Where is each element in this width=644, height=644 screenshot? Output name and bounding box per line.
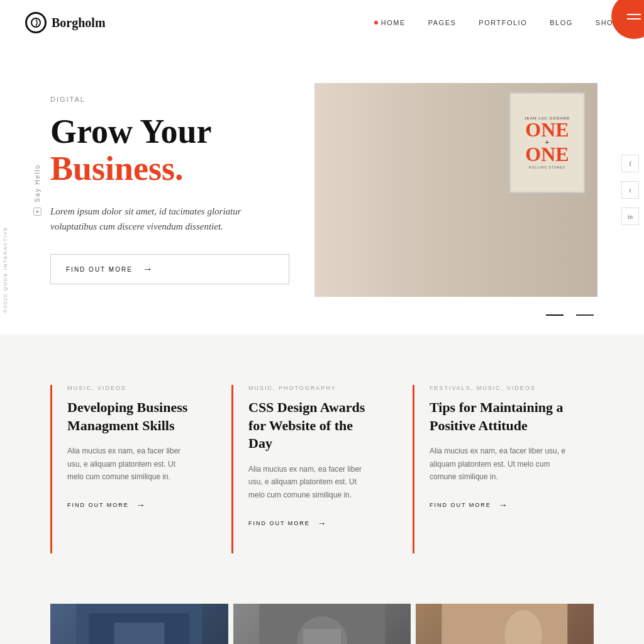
cta-arrow-icon: → <box>143 264 153 275</box>
poster-text-one: ONE <box>525 121 569 138</box>
svg-point-16 <box>480 206 519 267</box>
svg-rect-18 <box>406 218 497 253</box>
article-1-title: Developing Business Managment Skills <box>67 399 192 435</box>
nav-blog[interactable]: BLOG <box>550 19 573 26</box>
hello-icon <box>33 207 42 216</box>
hero-image: JEAN-LUC GODARD ONE + ONE ROLLING STONES <box>314 83 597 297</box>
article-1-arrow-icon: → <box>136 500 147 510</box>
svg-rect-24 <box>453 146 491 209</box>
svg-text:57 58: 57 58 <box>456 170 469 175</box>
nav-active-dot <box>374 21 378 25</box>
article-3-title: Tips for Maintaining a Positive Attitude <box>430 399 574 435</box>
svg-rect-17 <box>396 250 503 255</box>
article-card-2: MUSIC, PHOTOGRAPHY CSS Design Awards for… <box>231 385 394 553</box>
hamburger-line-2 <box>627 18 641 19</box>
hero-label: Digital <box>50 96 289 103</box>
article-3-description: Alia mucius ex nam, ea facer liber usu, … <box>430 445 574 483</box>
svg-rect-34 <box>442 604 568 644</box>
svg-rect-8 <box>346 253 585 262</box>
social-links: f t in <box>621 155 644 225</box>
articles-section: MUSIC, VIDEOS Developing Business Managm… <box>0 335 644 591</box>
svg-rect-30 <box>114 623 164 644</box>
gallery-image-1 <box>50 604 228 644</box>
svg-point-2 <box>36 210 38 213</box>
menu-button[interactable] <box>611 0 644 39</box>
hero-section: Say Hello ©2020 QODE INTERACTIVE Digital… <box>0 45 644 335</box>
hero-title: Grow Your Business. <box>50 113 289 188</box>
poster-text-one2: ONE <box>525 146 569 163</box>
svg-text:12:13: 12:13 <box>456 154 471 160</box>
hero-content: Digital Grow Your Business. Lorem ipsum … <box>50 83 314 297</box>
article-card-1: MUSIC, VIDEOS Developing Business Managm… <box>50 385 213 553</box>
article-3-arrow-icon: → <box>499 500 509 510</box>
navbar: Borgholm HOME PAGES PORTFOLIO BLOG SHOP <box>0 0 644 45</box>
svg-rect-14 <box>458 206 473 221</box>
svg-rect-20 <box>509 234 514 253</box>
linkedin-icon[interactable]: in <box>621 208 639 225</box>
article-card-3: FESTIVALS, MUSIC, VIDEOS Tips for Mainta… <box>413 385 594 553</box>
office-scene: JEAN-LUC GODARD ONE + ONE ROLLING STONES <box>314 83 597 297</box>
svg-rect-19 <box>409 221 494 250</box>
slider-controls <box>546 314 594 316</box>
poster-rolling: ROLLING STONES <box>529 165 565 169</box>
article-2-link[interactable]: FIND OUT MORE → <box>248 518 328 528</box>
hero-cta-button[interactable]: FIND OUT MORE → <box>50 254 289 284</box>
twitter-icon[interactable]: t <box>621 181 639 199</box>
facebook-icon[interactable]: f <box>621 155 639 172</box>
svg-point-21 <box>498 215 526 247</box>
slider-dot-2[interactable] <box>576 314 594 316</box>
hero-title-accent: Business. <box>50 150 184 187</box>
article-1-category: MUSIC, VIDEOS <box>67 385 192 391</box>
svg-rect-10 <box>547 262 560 297</box>
nav-pages[interactable]: PAGES <box>428 19 457 26</box>
hamburger-line-1 <box>627 14 641 15</box>
article-3-link[interactable]: FIND OUT MORE → <box>430 500 509 510</box>
svg-point-22 <box>493 226 513 248</box>
nav-portfolio[interactable]: PORTFOLIO <box>479 19 527 26</box>
svg-point-15 <box>399 203 444 271</box>
article-3-category: FESTIVALS, MUSIC, VIDEOS <box>430 385 574 391</box>
svg-rect-33 <box>303 629 341 644</box>
brand-name: Borgholm <box>52 16 106 30</box>
article-2-arrow-icon: → <box>318 518 328 528</box>
svg-point-13 <box>443 158 487 181</box>
logo-icon <box>25 12 47 33</box>
article-2-title: CSS Design Awards for Website of the Day <box>248 399 374 453</box>
slider-dot-1[interactable] <box>546 314 564 316</box>
nav-home[interactable]: HOME <box>374 19 406 26</box>
bottom-gallery <box>0 591 644 644</box>
svg-text:27 41: 27 41 <box>456 162 469 167</box>
article-1-description: Alia mucius ex nam, ea facer liber usu, … <box>67 445 192 483</box>
poster: JEAN-LUC GODARD ONE + ONE ROLLING STONES <box>509 92 585 193</box>
svg-point-23 <box>512 229 530 249</box>
svg-point-12 <box>443 158 487 209</box>
svg-rect-9 <box>352 262 365 297</box>
gallery-image-3 <box>416 604 594 644</box>
nav-links: HOME PAGES PORTFOLIO BLOG SHOP <box>374 19 619 26</box>
say-hello-text: Say Hello <box>33 164 42 216</box>
svg-rect-4 <box>327 83 440 221</box>
article-2-category: MUSIC, PHOTOGRAPHY <box>248 385 374 391</box>
hero-title-line1: Grow Your <box>50 113 212 150</box>
logo[interactable]: Borgholm <box>25 12 374 33</box>
article-1-link[interactable]: FIND OUT MORE → <box>67 500 147 510</box>
hero-description: Lorem ipsum dolor sit amet, id tacimates… <box>50 204 264 234</box>
gallery-image-2 <box>233 604 411 644</box>
copyright-text: ©2020 QODE INTERACTIVE <box>3 226 8 313</box>
svg-point-11 <box>421 177 497 265</box>
article-2-description: Alia mucius ex nam, ea facer liber usu, … <box>248 463 374 501</box>
